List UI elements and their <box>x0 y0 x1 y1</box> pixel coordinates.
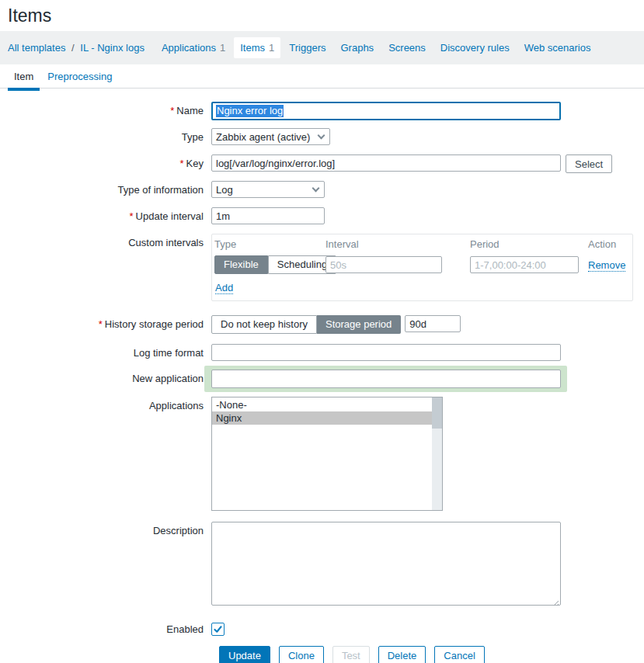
name-input[interactable]: Nginx error log <box>211 102 561 120</box>
breadcrumb-all-templates-link[interactable]: All templates <box>8 42 65 54</box>
description-wrap <box>211 522 561 608</box>
new-application-input[interactable] <box>211 370 561 388</box>
breadcrumb-path: All templates / IL - Nginx logs <box>8 42 144 54</box>
applications-label: Applications <box>0 397 211 412</box>
history-period-input[interactable] <box>405 315 461 332</box>
storage-period-button[interactable]: Storage period <box>317 315 401 334</box>
type-label: Type <box>0 128 211 144</box>
info-type-select-value: Log <box>216 184 233 196</box>
nav-triggers[interactable]: Triggers <box>283 37 332 58</box>
nav-applications[interactable]: Applications 1 <box>155 37 231 58</box>
nav-items[interactable]: Items 1 <box>234 37 280 58</box>
applications-option-nginx[interactable]: Nginx <box>212 411 432 425</box>
applications-option-none[interactable]: -None- <box>212 398 432 411</box>
interval-input[interactable] <box>325 256 442 273</box>
clone-button[interactable]: Clone <box>279 646 324 663</box>
form-actions: Update Clone Test Delete Cancel <box>219 646 644 663</box>
row-new-application: New application <box>0 366 644 392</box>
nav-items-count: 1 <box>269 42 274 54</box>
cancel-button[interactable]: Cancel <box>434 646 484 663</box>
required-marker: * <box>170 105 174 116</box>
do-not-keep-history-button[interactable]: Do not keep history <box>211 315 317 334</box>
nav-screens-link[interactable]: Screens <box>388 42 426 54</box>
listbox-scrollbar-thumb[interactable] <box>432 397 442 429</box>
interval-cell <box>325 256 470 273</box>
log-time-format-input[interactable] <box>211 344 561 361</box>
row-description: Description <box>0 522 644 608</box>
nav-graphs-link[interactable]: Graphs <box>340 42 374 54</box>
interval-type-toggle: Flexible Scheduling <box>214 255 325 274</box>
chevron-down-icon <box>312 185 320 193</box>
test-button[interactable]: Test <box>332 646 370 663</box>
nav-applications-link[interactable]: Applications <box>162 42 216 54</box>
nav-items-link[interactable]: Items <box>240 42 265 54</box>
log-time-format-label: Log time format <box>0 344 211 359</box>
row-info-type: Type of information Log <box>0 181 644 198</box>
col-header-period: Period <box>470 238 588 251</box>
new-application-label: New application <box>0 366 211 385</box>
checkmark-icon <box>213 624 223 634</box>
history-toggle: Do not keep history Storage period <box>211 315 401 334</box>
row-enabled: Enabled <box>0 622 644 636</box>
breadcrumb: All templates / IL - Nginx logs Applicat… <box>0 31 644 64</box>
delete-button[interactable]: Delete <box>378 646 426 663</box>
type-select[interactable]: Zabbix agent (active) <box>211 128 330 145</box>
nav-screens[interactable]: Screens <box>382 37 432 58</box>
key-select-button[interactable]: Select <box>566 154 612 173</box>
row-applications: Applications -None- Nginx <box>0 397 644 511</box>
row-name: *Name Nginx error log <box>0 102 644 120</box>
add-interval-row: Add <box>215 282 625 293</box>
required-marker: * <box>99 318 103 330</box>
update-interval-input[interactable] <box>211 207 325 224</box>
description-textarea[interactable] <box>211 522 561 606</box>
period-input[interactable] <box>470 256 579 273</box>
custom-intervals-label: Custom intervals <box>0 234 211 249</box>
type-select-value: Zabbix agent (active) <box>216 131 310 143</box>
listbox-scrollbar[interactable] <box>432 397 442 510</box>
entity-nav: Applications 1 Items 1 Triggers Graphs S… <box>155 37 600 58</box>
row-key: *Key Select <box>0 154 644 173</box>
nav-graphs[interactable]: Graphs <box>334 37 380 58</box>
col-header-type: Type <box>214 238 325 251</box>
applications-listbox[interactable]: -None- Nginx <box>211 397 443 511</box>
nav-web-scenarios-link[interactable]: Web scenarios <box>524 42 591 54</box>
nav-discovery-rules[interactable]: Discovery rules <box>434 37 516 58</box>
description-label: Description <box>0 522 211 537</box>
name-label: *Name <box>0 102 211 117</box>
info-type-label: Type of information <box>0 181 211 196</box>
key-input[interactable] <box>211 154 561 172</box>
nav-web-scenarios[interactable]: Web scenarios <box>518 37 597 58</box>
custom-intervals-table: Type Interval Period Action Flexible Sch… <box>214 238 625 274</box>
breadcrumb-separator: / <box>71 42 75 54</box>
row-log-time-format: Log time format <box>0 344 644 361</box>
item-form: *Name Nginx error log Type Zabbix agent … <box>0 102 644 663</box>
update-interval-label: *Update interval <box>0 207 211 223</box>
info-type-select[interactable]: Log <box>211 181 325 198</box>
update-button[interactable]: Update <box>219 646 270 663</box>
enabled-label: Enabled <box>0 622 211 636</box>
new-application-highlight <box>204 366 567 392</box>
breadcrumb-template-link[interactable]: IL - Nginx logs <box>80 42 144 54</box>
nav-triggers-link[interactable]: Triggers <box>289 42 325 54</box>
key-label: *Key <box>0 154 211 170</box>
required-marker: * <box>129 210 133 222</box>
row-update-interval: *Update interval <box>0 207 644 224</box>
form-tabs: Item Preprocessing <box>0 64 644 89</box>
enabled-checkbox[interactable] <box>211 623 225 636</box>
remove-interval-link[interactable]: Remove <box>588 259 625 272</box>
tab-preprocessing[interactable]: Preprocessing <box>44 65 115 88</box>
name-input-selected-text: Nginx error log <box>216 105 284 117</box>
action-cell: Remove <box>588 259 625 271</box>
add-interval-link[interactable]: Add <box>215 282 233 294</box>
period-cell <box>470 256 588 273</box>
history-label: *History storage period <box>0 315 211 331</box>
tab-item[interactable]: Item <box>11 65 37 88</box>
chevron-down-icon <box>318 132 325 140</box>
required-marker: * <box>180 158 184 169</box>
row-type: Type Zabbix agent (active) <box>0 128 644 145</box>
custom-intervals-box: Type Interval Period Action Flexible Sch… <box>211 234 633 301</box>
nav-discovery-rules-link[interactable]: Discovery rules <box>440 42 510 54</box>
flexible-toggle-button[interactable]: Flexible <box>214 255 268 274</box>
col-header-action: Action <box>588 238 625 251</box>
nav-applications-count: 1 <box>220 42 225 54</box>
